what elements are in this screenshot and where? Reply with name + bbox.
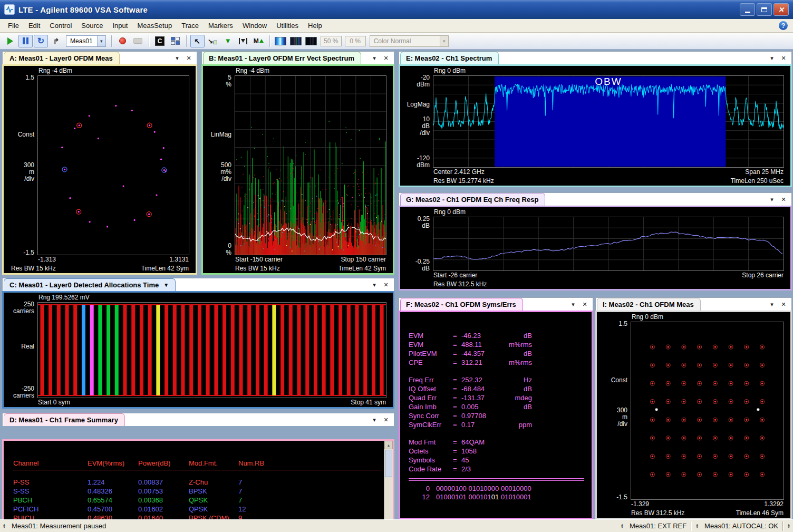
zoom-tool-button[interactable]: ↘ <box>206 35 220 47</box>
continuous-button[interactable]: ↻ <box>34 35 48 47</box>
table-cell: 0.65574 <box>88 496 138 505</box>
scrollbar-thumb[interactable] <box>385 450 392 477</box>
readout-value: -46.23 <box>461 331 501 340</box>
table-row[interactable]: PHICH0.486300.01640BPSK (CDM)9 <box>13 514 393 519</box>
panel-g-close-button[interactable]: ✕ <box>780 197 787 202</box>
band-marker-button[interactable] <box>236 35 250 47</box>
minimize-button[interactable] <box>740 3 755 16</box>
menu-input[interactable]: Input <box>108 20 132 32</box>
panel-d-tab[interactable]: D: Meas01 - Ch1 Frame Summary <box>4 413 125 426</box>
panel-e: E: Meas02 - Ch1 Spectrum ▾ ✕ Rng 0 dBm -… <box>399 51 792 187</box>
readout-line: Freq Err=252.32Hz <box>409 375 586 384</box>
play-button[interactable] <box>3 35 17 47</box>
equals-sign: = <box>453 340 461 349</box>
scroll-up-button[interactable]: ▲ <box>384 441 393 449</box>
maximize-button[interactable] <box>757 3 772 16</box>
single-sweep-button[interactable]: ↱ <box>49 35 63 47</box>
panel-a-plot-area[interactable] <box>37 75 189 255</box>
trace-c-button[interactable]: C <box>153 35 167 47</box>
panel-g-tab[interactable]: G: Meas02 - Ch1 OFDM Eq Ch Freq Resp <box>400 193 545 206</box>
chevron-down-icon[interactable]: ▼ <box>163 282 169 288</box>
table-cell: 0.01640 <box>138 514 189 519</box>
menu-utilities[interactable]: Utilities <box>272 20 303 32</box>
select-tool-button[interactable]: ↖ <box>190 35 205 47</box>
panel-g-plot-area[interactable] <box>433 217 784 271</box>
panel-b-plot-area[interactable] <box>235 75 386 255</box>
marker-to-peak-button[interactable]: M <box>252 35 266 47</box>
panel-b-close-button[interactable]: ✕ <box>383 55 389 61</box>
panel-e-close-button[interactable]: ✕ <box>780 55 787 61</box>
single-sweep-icon: ↱ <box>53 37 60 45</box>
table-row[interactable]: P-SS1.2240.00837Z-Chu7 <box>13 478 393 487</box>
panel-b-tab[interactable]: B: Meas01 - Layer0 OFDM Err Vect Spectru… <box>203 52 361 64</box>
panel-b-x-right: Stop 150 carrier <box>341 255 386 264</box>
panel-e-plot-area[interactable]: OBW <box>433 75 784 168</box>
panel-g-collapse-button[interactable]: ▾ <box>769 197 775 202</box>
readout-unit <box>501 465 532 473</box>
panel-i-collapse-button[interactable]: ▾ <box>769 302 775 307</box>
menu-meassetup[interactable]: MeasSetup <box>132 20 177 32</box>
panel-d-collapse-button[interactable]: ▾ <box>371 417 378 423</box>
status-spinner[interactable]: ▲▼ <box>618 524 626 529</box>
status-spinner[interactable]: ▲▼ <box>785 524 793 529</box>
status-spinner[interactable]: ▲▼ <box>0 524 8 529</box>
panel-i-resbw: Res BW 312.5 kHz <box>631 509 684 518</box>
panel-e-tab[interactable]: E: Meas02 - Ch1 Spectrum <box>400 52 499 64</box>
menu-trace[interactable]: Trace <box>177 20 204 32</box>
table-row[interactable]: S-SS0.483260.00753BPSK7 <box>13 487 393 496</box>
average-percent-field[interactable]: 50 % <box>321 36 342 46</box>
panel-a-collapse-button[interactable]: ▾ <box>174 55 180 61</box>
panel-e-timelen: TimeLen 250 uSec <box>731 177 784 186</box>
panel-d-close-button[interactable]: ✕ <box>383 417 389 423</box>
pause-button[interactable] <box>18 35 33 47</box>
readout-unit: Hz <box>501 375 532 384</box>
panel-a-close-button[interactable]: ✕ <box>186 55 192 61</box>
waterfall-button[interactable] <box>289 35 303 47</box>
menu-window[interactable]: Window <box>238 20 272 32</box>
marker-button[interactable]: ▼ <box>221 35 235 47</box>
autocal-status: Meas01: AUTOCAL: OK <box>701 522 781 530</box>
panel-i-close-button[interactable]: ✕ <box>780 302 787 307</box>
color-mode-select[interactable]: Color Normal ▾ <box>370 35 449 47</box>
column-header: Mod.Fmt. <box>189 459 238 468</box>
menu-help[interactable]: Help <box>303 20 327 32</box>
cumulative-history-button[interactable] <box>304 35 318 47</box>
panel-c-plot-area[interactable] <box>37 302 386 398</box>
close-button[interactable]: ✕ <box>773 3 789 16</box>
table-row[interactable]: PCFICH0.457000.01602QPSK12 <box>13 505 393 514</box>
readout-line: Mod Fmt=64QAM <box>409 438 586 447</box>
menu-markers[interactable]: Markers <box>204 20 238 32</box>
layout-button[interactable] <box>168 35 182 47</box>
readout-value: -131.37 <box>461 393 501 402</box>
scrollbar[interactable]: ▲ ▼ <box>384 441 393 519</box>
panel-f-close-button[interactable]: ✕ <box>582 302 588 307</box>
play-icon <box>7 37 13 45</box>
table-cell: 9 <box>238 514 275 519</box>
panel-e-collapse-button[interactable]: ▾ <box>769 55 775 61</box>
title-bar: LTE - Agilent 89600 VSA Software ✕ <box>0 0 793 19</box>
panel-c-tab[interactable]: C: Meas01 - Layer0 Detected Allocations … <box>4 278 176 291</box>
panel-f-tab[interactable]: F: Meas02 - Ch1 OFDM Syms/Errs <box>400 298 523 311</box>
panel-b-collapse-button[interactable]: ▾ <box>371 55 378 61</box>
panel-c-collapse-button[interactable]: ▾ <box>371 282 378 288</box>
help-icon[interactable]: ? <box>779 21 788 30</box>
record-button[interactable] <box>115 35 130 47</box>
panel-a-tab[interactable]: A: Meas01 - Layer0 OFDM Meas <box>4 52 120 64</box>
measurement-select[interactable]: Meas01 ▾ <box>66 35 106 47</box>
table-row[interactable]: PBCH0.655740.00368QPSK7 <box>13 496 393 505</box>
menu-control[interactable]: Control <box>45 20 76 32</box>
panel-f-collapse-button[interactable]: ▾ <box>570 302 576 307</box>
menu-edit[interactable]: Edit <box>24 20 45 32</box>
panel-i-title: I: Meas02 - Ch1 OFDM Meas <box>603 301 694 308</box>
playback-button[interactable] <box>131 35 145 47</box>
menu-source[interactable]: Source <box>76 20 108 32</box>
sweep-percent-field[interactable]: 0 % <box>345 36 366 46</box>
panel-c-close-button[interactable]: ✕ <box>383 282 389 288</box>
measurement-status: Meas01: Measurement paused <box>8 522 109 530</box>
table-cell: PBCH <box>13 496 88 505</box>
panel-i-tab[interactable]: I: Meas02 - Ch1 OFDM Meas <box>597 298 701 311</box>
spectrogram-button[interactable] <box>274 35 288 47</box>
panel-i-plot-area[interactable] <box>631 322 784 500</box>
menu-file[interactable]: File <box>3 20 24 32</box>
status-spinner[interactable]: ▲▼ <box>693 524 701 529</box>
